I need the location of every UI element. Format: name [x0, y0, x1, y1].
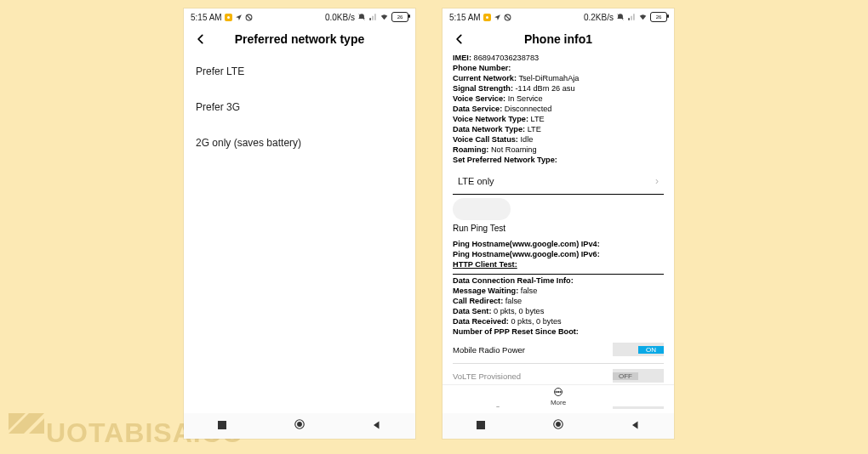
back-button[interactable]	[192, 31, 209, 48]
nav-recent-button[interactable]	[476, 418, 486, 434]
signal-icon	[627, 13, 636, 21]
nav-back-button[interactable]	[631, 418, 641, 434]
more-menu[interactable]: More	[443, 384, 674, 406]
http-client-test-link[interactable]: HTTP Client Test:	[453, 260, 517, 269]
nav-recent-button[interactable]	[217, 418, 227, 434]
battery-icon: 26	[650, 12, 667, 22]
status-bar: 5:15 AM 0.0KB/s 26	[184, 9, 415, 25]
title-bar: Phone info1	[443, 25, 674, 54]
status-speed: 0.2KB/s	[584, 13, 614, 22]
svg-rect-16	[477, 421, 485, 429]
mobile-radio-power-row: Mobile Radio Power ON	[443, 338, 674, 361]
notification-icon	[483, 14, 491, 21]
volte-provisioned-toggle[interactable]: OFF	[613, 369, 664, 383]
do-not-disturb-icon	[504, 14, 511, 21]
option-prefer-3g[interactable]: Prefer 3G	[184, 89, 415, 125]
network-type-dropdown[interactable]: LTE only ›	[453, 170, 664, 195]
phone-info-block: IMEI: 868947036238783 Phone Number: Curr…	[443, 54, 674, 165]
wifi-icon	[380, 13, 389, 21]
ping-ipv6-link[interactable]: Ping Hostname(www.google.com) IPv6:	[453, 250, 600, 258]
divider	[453, 274, 664, 275]
option-prefer-lte[interactable]: Prefer LTE	[184, 54, 415, 89]
status-time: 5:15 AM	[191, 13, 222, 22]
svg-point-8	[298, 423, 302, 427]
status-time: 5:15 AM	[449, 13, 481, 22]
status-speed: 0.0KB/s	[325, 13, 355, 22]
ping-test-button[interactable]	[453, 198, 511, 220]
mobile-radio-power-toggle[interactable]: ON	[613, 343, 664, 356]
phone-info: 5:15 AM 0.2KB/s 26 Phone info1 IMEI: 868…	[443, 9, 674, 439]
system-nav-bar	[443, 413, 674, 439]
alarm-off-icon	[616, 13, 625, 21]
dropdown-value: LTE only	[458, 176, 494, 186]
run-ping-label: Run Ping Test	[453, 224, 674, 233]
do-not-disturb-icon	[245, 14, 253, 21]
signal-icon	[368, 13, 377, 21]
svg-point-15	[560, 391, 562, 393]
svg-line-10	[505, 15, 510, 20]
alarm-off-icon	[357, 13, 366, 21]
option-2g-only[interactable]: 2G only (saves battery)	[184, 125, 415, 161]
location-icon	[235, 14, 243, 21]
page-title: Phone info1	[468, 32, 665, 46]
nav-home-button[interactable]	[294, 418, 306, 434]
system-nav-bar	[184, 413, 415, 439]
back-button[interactable]	[451, 31, 468, 48]
page-title: Preferred network type	[209, 32, 407, 46]
nav-home-button[interactable]	[552, 418, 564, 434]
battery-icon: 26	[391, 12, 408, 22]
title-bar: Preferred network type	[184, 25, 415, 54]
svg-point-18	[557, 423, 561, 427]
svg-line-4	[247, 15, 251, 20]
wifi-icon	[638, 13, 648, 21]
notification-icon	[225, 14, 232, 21]
realtime-info-block: Data Connection Real-Time Info: Message …	[443, 276, 674, 338]
status-bar: 5:15 AM 0.2KB/s 26	[443, 9, 674, 25]
chevron-right-icon: ›	[655, 175, 659, 187]
more-icon	[553, 387, 563, 397]
test-links: Ping Hostname(www.google.com) IPv4: Ping…	[443, 240, 674, 270]
location-icon	[494, 14, 501, 21]
phone-preferred-network: 5:15 AM 0.0KB/s 26 Preferred network typ…	[184, 9, 415, 439]
ping-ipv4-link[interactable]: Ping Hostname(www.google.com) IPv4:	[453, 240, 600, 248]
svg-point-13	[556, 391, 557, 393]
svg-point-14	[557, 391, 559, 393]
svg-rect-6	[218, 421, 226, 429]
nav-back-button[interactable]	[372, 418, 382, 434]
